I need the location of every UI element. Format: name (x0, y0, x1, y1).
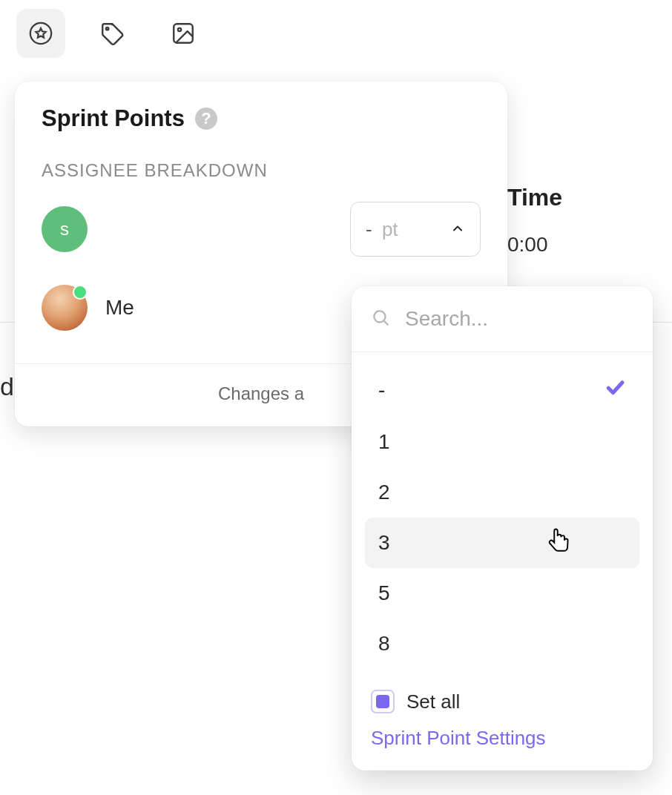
set-all-label: Set all (406, 690, 460, 713)
svg-point-0 (30, 23, 51, 44)
option-label: 5 (378, 581, 390, 605)
points-value: - (366, 218, 372, 240)
search-input[interactable] (405, 307, 633, 331)
image-icon[interactable] (159, 9, 208, 58)
time-value: 0:00 (507, 233, 548, 257)
avatar-initial[interactable]: s (42, 206, 88, 252)
help-icon[interactable]: ? (195, 108, 217, 130)
chevron-up-icon (450, 218, 465, 241)
panel-header: Sprint Points ? (15, 105, 507, 132)
option-label: 1 (378, 430, 390, 454)
sprint-point-settings-link[interactable]: Sprint Point Settings (371, 722, 633, 754)
panel-title: Sprint Points (42, 105, 185, 132)
search-icon (371, 308, 390, 330)
option-label: - (378, 378, 385, 402)
option-label: 2 (378, 481, 390, 504)
time-label: Time (507, 184, 562, 211)
points-dropdown: - 1 2 3 5 8 (352, 286, 653, 771)
avatar-photo[interactable] (42, 285, 88, 331)
svg-point-1 (106, 27, 108, 30)
dropdown-footer: Set all Sprint Point Settings (352, 676, 653, 771)
svg-point-3 (178, 28, 181, 31)
toolbar (0, 0, 672, 67)
set-all-toggle[interactable]: Set all (371, 685, 633, 722)
check-icon (604, 376, 626, 403)
option-2[interactable]: 2 (365, 467, 639, 518)
points-unit: pt (382, 218, 398, 240)
svg-line-5 (384, 321, 388, 325)
section-label: ASSIGNEE BREAKDOWN (15, 132, 507, 194)
checkbox-icon (371, 690, 395, 713)
option-8[interactable]: 8 (365, 618, 639, 669)
assignee-row: s - pt (15, 194, 507, 264)
options-list: - 1 2 3 5 8 (352, 352, 653, 676)
points-select[interactable]: - pt (350, 202, 481, 257)
option-1[interactable]: 1 (365, 417, 639, 467)
option-3[interactable]: 3 (365, 518, 639, 568)
cursor-pointer-icon (547, 527, 573, 560)
option-label: 8 (378, 632, 390, 656)
star-badge-icon[interactable] (16, 9, 65, 58)
tag-icon[interactable] (88, 9, 136, 58)
dropdown-search (352, 286, 653, 352)
option-5[interactable]: 5 (365, 568, 639, 618)
option-label: 3 (378, 531, 390, 555)
option-dash[interactable]: - (365, 363, 639, 417)
